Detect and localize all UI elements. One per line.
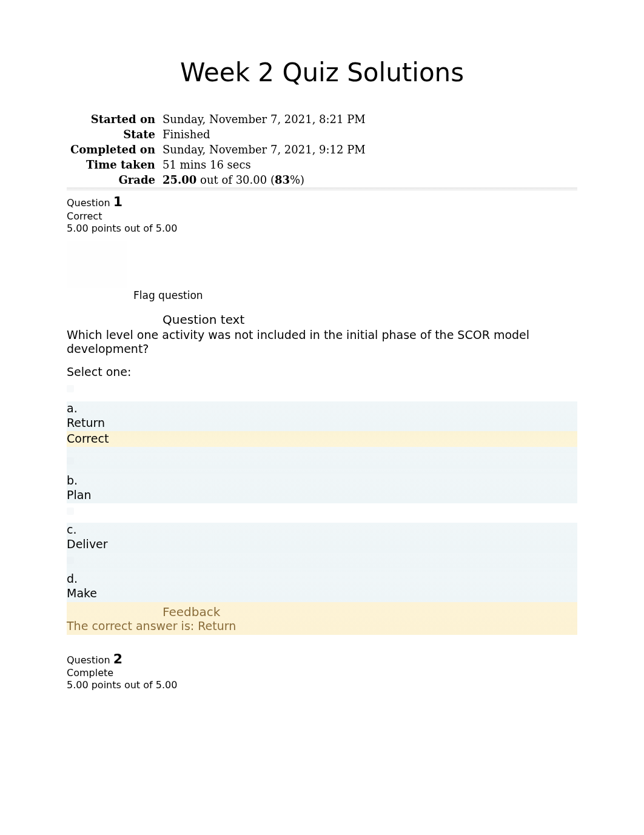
question-label: Question bbox=[67, 654, 113, 666]
question-number: 2 bbox=[113, 651, 122, 666]
radio-b[interactable] bbox=[67, 457, 74, 464]
option-text: Make bbox=[67, 586, 577, 601]
summary-value: Sunday, November 7, 2021, 9:12 PM bbox=[159, 142, 369, 157]
summary-row: Time taken 51 mins 16 secs bbox=[67, 157, 369, 172]
question-number: 1 bbox=[113, 194, 122, 209]
question-status: Correct bbox=[67, 210, 577, 223]
summary-grade-value: 25.00 out of 30.00 (83%) bbox=[159, 172, 369, 187]
question-points: 5.00 points out of 5.00 bbox=[67, 223, 577, 235]
feedback-text: The correct answer is: Return bbox=[67, 619, 577, 632]
question-text: Which level one activity was not include… bbox=[67, 328, 577, 357]
flag-question-link[interactable]: Flag question bbox=[67, 289, 577, 301]
feedback-heading: Feedback bbox=[67, 605, 577, 619]
summary-value: Sunday, November 7, 2021, 8:21 PM bbox=[159, 112, 369, 127]
summary-row: Started on Sunday, November 7, 2021, 8:2… bbox=[67, 112, 369, 127]
select-one-label: Select one: bbox=[67, 365, 577, 378]
grade-mid: out of 30.00 ( bbox=[196, 173, 275, 186]
summary-row-grade: Grade 25.00 out of 30.00 (83%) bbox=[67, 172, 369, 187]
grade-score: 25.00 bbox=[163, 173, 196, 186]
question-label: Question bbox=[67, 197, 113, 209]
option-correct-badge: Correct bbox=[67, 431, 577, 447]
question-points: 5.00 points out of 5.00 bbox=[67, 679, 577, 691]
option-b[interactable]: b. Plan bbox=[67, 474, 577, 504]
option-c[interactable]: c. Deliver bbox=[67, 523, 577, 553]
question-text-heading: Question text bbox=[67, 312, 577, 327]
grade-pct: 83 bbox=[275, 173, 290, 186]
option-letter: b. bbox=[67, 474, 577, 488]
option-text: Deliver bbox=[67, 537, 577, 552]
question-status: Complete bbox=[67, 667, 577, 679]
page-title: Week 2 Quiz Solutions bbox=[0, 58, 644, 87]
radio-d[interactable] bbox=[67, 557, 74, 564]
summary-row: State Finished bbox=[67, 127, 369, 142]
grade-tail: %) bbox=[290, 173, 304, 186]
divider bbox=[67, 187, 577, 191]
radio-c[interactable] bbox=[67, 508, 74, 515]
option-letter: d. bbox=[67, 572, 577, 586]
summary-label: Completed on bbox=[67, 142, 159, 157]
summary-label: State bbox=[67, 127, 159, 142]
option-text: Return bbox=[67, 416, 577, 431]
summary-label: Grade bbox=[67, 172, 159, 187]
summary-value: 51 mins 16 secs bbox=[159, 157, 369, 172]
option-a[interactable]: a. Return bbox=[67, 401, 577, 432]
summary-label: Time taken bbox=[67, 157, 159, 172]
option-text: Plan bbox=[67, 488, 577, 503]
summary-table: Started on Sunday, November 7, 2021, 8:2… bbox=[67, 112, 369, 187]
summary-row: Completed on Sunday, November 7, 2021, 9… bbox=[67, 142, 369, 157]
summary-label: Started on bbox=[67, 112, 159, 127]
summary-value: Finished bbox=[159, 127, 369, 142]
option-letter: a. bbox=[67, 401, 577, 416]
flag-icon bbox=[67, 241, 127, 288]
radio-a[interactable] bbox=[67, 385, 74, 392]
option-letter: c. bbox=[67, 523, 577, 537]
option-d[interactable]: d. Make bbox=[67, 572, 577, 602]
question-1: Question 1 Correct 5.00 points out of 5.… bbox=[67, 191, 577, 635]
question-2: Question 2 Complete 5.00 points out of 5… bbox=[67, 648, 577, 692]
